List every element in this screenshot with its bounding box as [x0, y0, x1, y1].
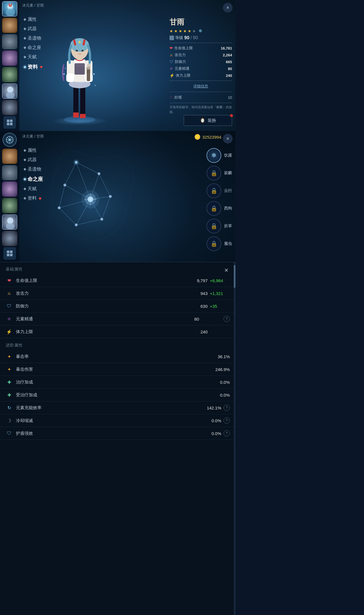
svg-point-42 [7, 218, 13, 224]
constellation-node-1[interactable]: 🔒 获麟 [206, 166, 232, 181]
constellation-node-3[interactable]: 🔒 西狗 [206, 201, 232, 216]
detail-cd-label: 冷却缩减 [16, 418, 212, 423]
svg-rect-21 [66, 73, 74, 82]
sidebar-mid [0, 131, 19, 262]
detail-er-label: 元素充能效率 [16, 405, 207, 411]
svg-rect-7 [10, 120, 13, 122]
detail-hp-bonus: +6,984 [210, 278, 230, 283]
level-max: 90 [193, 35, 198, 40]
svg-point-1 [6, 9, 15, 17]
detail-er-help[interactable]: ? [224, 405, 230, 411]
sidebar-mid-grid-button[interactable] [3, 247, 16, 260]
const-label-3: 西狗 [224, 206, 232, 211]
stat-def-value: 665 [226, 60, 232, 64]
sidebar-avatar-2[interactable] [2, 18, 17, 33]
detail-hp-base: 9,797 [197, 278, 208, 283]
sidebar-mid-avatar-4[interactable] [2, 181, 17, 197]
detail-er-value: 142.1% [207, 405, 221, 410]
sidebar-avatar-ganyu[interactable] [2, 1, 17, 17]
const-circle-3: 🔒 [206, 201, 221, 216]
scrollbar[interactable] [234, 262, 235, 615]
lock-icon-4: 🔒 [210, 223, 218, 229]
svg-rect-47 [10, 254, 13, 256]
stat-stamina-value: 240 [226, 73, 232, 78]
svg-rect-9 [10, 123, 13, 125]
detail-atk-icon: ⚔ [6, 290, 13, 297]
svg-rect-37 [87, 64, 88, 70]
sidebar-avatar-3[interactable] [2, 34, 17, 50]
svg-point-35 [63, 73, 65, 75]
detail-def-base: 630 [200, 304, 208, 309]
stat-hp: ❤ 生命值上限 16,781 [169, 45, 232, 52]
detail-crit-dmg-icon: ✦ [6, 366, 13, 373]
scrollbar-thumb[interactable] [234, 265, 235, 288]
constellation-node-5[interactable]: 🔒 履虫 [206, 236, 232, 251]
const-label-5: 履虫 [224, 241, 232, 246]
sidebar-avatar-4[interactable] [2, 50, 17, 66]
lock-icon-2: 🔒 [210, 187, 218, 194]
star-1: ★ [169, 29, 173, 33]
sidebar-top [0, 0, 19, 131]
stat-atk: ⚔ 攻击力 2,264 [169, 52, 232, 58]
sidebar-mid-avatar-7[interactable] [2, 231, 17, 246]
detail-shield-help[interactable]: ? [224, 430, 230, 436]
stat-atk-value: 2,264 [223, 53, 232, 57]
stat-stamina: ⚡ 体力上限 240 [169, 72, 232, 79]
stats-divider-mid [169, 81, 232, 81]
svg-point-28 [76, 50, 78, 52]
sidebar-avatar-5[interactable] [2, 67, 17, 82]
detail-em-label: 元素精通 [16, 316, 194, 322]
costume-button[interactable]: 🪞 装扮 [184, 115, 232, 126]
svg-point-43 [6, 223, 15, 230]
stat-em: ⚛ 元素精通 80 [169, 65, 232, 72]
sidebar-avatar-7[interactable] [2, 100, 17, 115]
sidebar-mid-avatar-3[interactable] [2, 165, 17, 181]
sidebar-avatar-6[interactable] [2, 83, 17, 99]
bottom-spacer [0, 440, 235, 457]
close-button-top[interactable]: × [223, 3, 233, 13]
cryo-icon-0: ❄ [211, 152, 216, 159]
detail-stamina-base: 240 [200, 329, 208, 334]
detail-cd-help[interactable]: ? [224, 417, 230, 424]
star-row: ★ ★ ★ ★ ★ ★ ❄ [169, 28, 232, 34]
detail-atk-bonus: +1,321 [210, 291, 230, 296]
sidebar-mid-cryo-icon[interactable] [2, 132, 17, 147]
detail-crit-dmg-value: 246.9% [215, 367, 230, 372]
svg-point-73 [109, 195, 112, 198]
sidebar-mid-avatar-2[interactable] [2, 149, 17, 164]
costume-icon: 🪞 [200, 118, 205, 123]
lock-icon-3: 🔒 [210, 205, 218, 212]
const-circle-0: ❄ [206, 148, 221, 163]
detail-crit-dmg-label: 暴击伤害 [16, 367, 215, 372]
close-button-mid[interactable]: × [223, 134, 233, 144]
detail-stamina-label: 体力上限 [16, 329, 200, 335]
detail-crit-rate-label: 暴击率 [16, 354, 218, 359]
detail-row-crit-rate: ✦ 暴击率 36.1% [0, 350, 235, 363]
detail-crit-rate-icon: ✦ [6, 353, 13, 360]
star-3: ★ [179, 29, 182, 33]
detail-em-icon: ⚛ [6, 315, 13, 322]
hp-icon: ❤ [169, 46, 173, 50]
advanced-stats-header: 进阶属性 [0, 338, 235, 350]
svg-rect-45 [10, 251, 13, 253]
character-display [40, 6, 119, 125]
constellation-node-2[interactable]: 🔒 云行 [206, 183, 232, 198]
svg-point-41 [9, 139, 11, 141]
sidebar-grid-button[interactable] [3, 116, 16, 129]
sidebar-mid-avatar-5[interactable] [2, 198, 17, 213]
close-button-bottom[interactable]: × [222, 266, 231, 275]
stat-em-value: 80 [228, 67, 232, 71]
detail-recv-heal-value: 0.0% [220, 393, 230, 397]
svg-point-31 [93, 73, 95, 75]
level-label: 等级 [175, 35, 183, 40]
constellation-node-4[interactable]: 🔒 折草 [206, 219, 232, 233]
detail-button[interactable]: 详细信息 [169, 83, 232, 90]
detail-er-icon: ↻ [6, 404, 13, 411]
detail-def-label: 防御力 [16, 304, 200, 309]
constellation-node-0[interactable]: ❄ 饮露 [206, 148, 232, 163]
detail-row-er: ↻ 元素充能效率 142.1% ? [0, 401, 235, 414]
star-4: ★ [183, 29, 187, 33]
detail-em-help[interactable]: ? [224, 316, 230, 322]
detail-recv-heal-label: 受治疗加成 [16, 392, 220, 398]
sidebar-mid-avatar-6[interactable] [2, 214, 17, 230]
